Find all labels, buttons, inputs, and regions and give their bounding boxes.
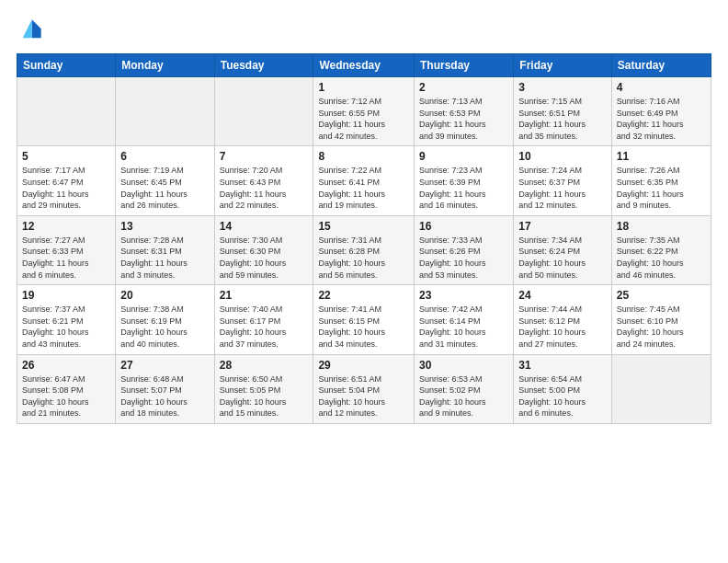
- day-info: Sunrise: 7:16 AM Sunset: 6:49 PM Dayligh…: [617, 96, 706, 142]
- day-number: 12: [22, 220, 110, 233]
- week-row-2: 5Sunrise: 7:17 AM Sunset: 6:47 PM Daylig…: [17, 146, 711, 215]
- calendar-cell: 2Sunrise: 7:13 AM Sunset: 6:53 PM Daylig…: [415, 77, 514, 146]
- day-info: Sunrise: 7:35 AM Sunset: 6:22 PM Dayligh…: [617, 235, 706, 281]
- day-number: 8: [318, 150, 409, 163]
- day-number: 27: [120, 359, 209, 372]
- week-row-5: 26Sunrise: 6:47 AM Sunset: 5:08 PM Dayli…: [17, 354, 711, 423]
- svg-marker-1: [23, 19, 32, 38]
- day-number: 16: [419, 220, 508, 233]
- day-number: 3: [518, 81, 607, 94]
- calendar-cell: 16Sunrise: 7:33 AM Sunset: 6:26 PM Dayli…: [415, 215, 514, 284]
- day-number: 19: [22, 289, 110, 302]
- day-number: 30: [419, 359, 508, 372]
- day-info: Sunrise: 7:41 AM Sunset: 6:15 PM Dayligh…: [318, 304, 409, 350]
- calendar-cell: 3Sunrise: 7:15 AM Sunset: 6:51 PM Daylig…: [514, 77, 612, 146]
- weekday-header-monday: Monday: [116, 54, 214, 77]
- weekday-header-row: SundayMondayTuesdayWednesdayThursdayFrid…: [17, 54, 711, 77]
- calendar: SundayMondayTuesdayWednesdayThursdayFrid…: [17, 53, 711, 424]
- day-number: 21: [220, 289, 309, 302]
- calendar-cell: [116, 77, 214, 146]
- calendar-cell: 30Sunrise: 6:53 AM Sunset: 5:02 PM Dayli…: [415, 354, 514, 423]
- day-info: Sunrise: 6:48 AM Sunset: 5:07 PM Dayligh…: [120, 373, 209, 419]
- day-info: Sunrise: 6:51 AM Sunset: 5:04 PM Dayligh…: [318, 373, 409, 419]
- week-row-4: 19Sunrise: 7:37 AM Sunset: 6:21 PM Dayli…: [17, 285, 711, 354]
- calendar-cell: 9Sunrise: 7:23 AM Sunset: 6:39 PM Daylig…: [415, 146, 514, 215]
- calendar-cell: 29Sunrise: 6:51 AM Sunset: 5:04 PM Dayli…: [313, 354, 415, 423]
- day-number: 11: [617, 150, 706, 163]
- day-info: Sunrise: 6:54 AM Sunset: 5:00 PM Dayligh…: [518, 373, 607, 419]
- day-number: 1: [318, 81, 409, 94]
- header: [17, 17, 711, 44]
- day-number: 17: [518, 220, 607, 233]
- day-info: Sunrise: 7:38 AM Sunset: 6:19 PM Dayligh…: [120, 304, 209, 350]
- day-info: Sunrise: 7:28 AM Sunset: 6:31 PM Dayligh…: [120, 235, 209, 281]
- day-info: Sunrise: 7:24 AM Sunset: 6:37 PM Dayligh…: [518, 165, 607, 211]
- calendar-cell: 13Sunrise: 7:28 AM Sunset: 6:31 PM Dayli…: [116, 215, 214, 284]
- calendar-cell: 19Sunrise: 7:37 AM Sunset: 6:21 PM Dayli…: [17, 285, 116, 354]
- day-number: 23: [419, 289, 508, 302]
- calendar-cell: 11Sunrise: 7:26 AM Sunset: 6:35 PM Dayli…: [611, 146, 711, 215]
- day-info: Sunrise: 6:47 AM Sunset: 5:08 PM Dayligh…: [22, 373, 110, 419]
- calendar-cell: 8Sunrise: 7:22 AM Sunset: 6:41 PM Daylig…: [313, 146, 415, 215]
- day-info: Sunrise: 7:44 AM Sunset: 6:12 PM Dayligh…: [518, 304, 607, 350]
- day-info: Sunrise: 6:53 AM Sunset: 5:02 PM Dayligh…: [419, 373, 508, 419]
- day-number: 28: [220, 359, 309, 372]
- day-number: 18: [617, 220, 706, 233]
- calendar-cell: 14Sunrise: 7:30 AM Sunset: 6:30 PM Dayli…: [214, 215, 313, 284]
- day-number: 20: [120, 289, 209, 302]
- week-row-1: 1Sunrise: 7:12 AM Sunset: 6:55 PM Daylig…: [17, 77, 711, 146]
- calendar-cell: 22Sunrise: 7:41 AM Sunset: 6:15 PM Dayli…: [313, 285, 415, 354]
- calendar-cell: 7Sunrise: 7:20 AM Sunset: 6:43 PM Daylig…: [214, 146, 313, 215]
- day-info: Sunrise: 7:15 AM Sunset: 6:51 PM Dayligh…: [518, 96, 607, 142]
- day-number: 24: [518, 289, 607, 302]
- calendar-cell: 10Sunrise: 7:24 AM Sunset: 6:37 PM Dayli…: [514, 146, 612, 215]
- page: SundayMondayTuesdayWednesdayThursdayFrid…: [0, 0, 728, 563]
- logo-icon: [17, 17, 44, 44]
- day-number: 6: [120, 150, 209, 163]
- calendar-cell: 21Sunrise: 7:40 AM Sunset: 6:17 PM Dayli…: [214, 285, 313, 354]
- day-info: Sunrise: 7:33 AM Sunset: 6:26 PM Dayligh…: [419, 235, 508, 281]
- day-number: 29: [318, 359, 409, 372]
- calendar-cell: 20Sunrise: 7:38 AM Sunset: 6:19 PM Dayli…: [116, 285, 214, 354]
- week-row-3: 12Sunrise: 7:27 AM Sunset: 6:33 PM Dayli…: [17, 215, 711, 284]
- day-info: Sunrise: 7:23 AM Sunset: 6:39 PM Dayligh…: [419, 165, 508, 211]
- calendar-cell: 25Sunrise: 7:45 AM Sunset: 6:10 PM Dayli…: [611, 285, 711, 354]
- weekday-header-saturday: Saturday: [611, 54, 711, 77]
- calendar-cell: 5Sunrise: 7:17 AM Sunset: 6:47 PM Daylig…: [17, 146, 116, 215]
- weekday-header-sunday: Sunday: [17, 54, 116, 77]
- day-info: Sunrise: 7:17 AM Sunset: 6:47 PM Dayligh…: [22, 165, 110, 211]
- day-info: Sunrise: 7:37 AM Sunset: 6:21 PM Dayligh…: [22, 304, 110, 350]
- calendar-cell: 27Sunrise: 6:48 AM Sunset: 5:07 PM Dayli…: [116, 354, 214, 423]
- weekday-header-thursday: Thursday: [415, 54, 514, 77]
- day-number: 13: [120, 220, 209, 233]
- day-number: 9: [419, 150, 508, 163]
- calendar-cell: 26Sunrise: 6:47 AM Sunset: 5:08 PM Dayli…: [17, 354, 116, 423]
- day-info: Sunrise: 7:26 AM Sunset: 6:35 PM Dayligh…: [617, 165, 706, 211]
- day-number: 2: [419, 81, 508, 94]
- calendar-cell: 31Sunrise: 6:54 AM Sunset: 5:00 PM Dayli…: [514, 354, 612, 423]
- day-info: Sunrise: 7:30 AM Sunset: 6:30 PM Dayligh…: [220, 235, 309, 281]
- day-info: Sunrise: 7:12 AM Sunset: 6:55 PM Dayligh…: [318, 96, 409, 142]
- calendar-cell: 15Sunrise: 7:31 AM Sunset: 6:28 PM Dayli…: [313, 215, 415, 284]
- calendar-cell: [17, 77, 116, 146]
- day-number: 14: [220, 220, 309, 233]
- calendar-cell: [214, 77, 313, 146]
- calendar-cell: 18Sunrise: 7:35 AM Sunset: 6:22 PM Dayli…: [611, 215, 711, 284]
- weekday-header-friday: Friday: [514, 54, 612, 77]
- day-number: 31: [518, 359, 607, 372]
- day-number: 25: [617, 289, 706, 302]
- day-number: 4: [617, 81, 706, 94]
- weekday-header-tuesday: Tuesday: [214, 54, 313, 77]
- day-info: Sunrise: 7:20 AM Sunset: 6:43 PM Dayligh…: [220, 165, 309, 211]
- calendar-cell: 17Sunrise: 7:34 AM Sunset: 6:24 PM Dayli…: [514, 215, 612, 284]
- day-info: Sunrise: 7:40 AM Sunset: 6:17 PM Dayligh…: [220, 304, 309, 350]
- day-number: 26: [22, 359, 110, 372]
- day-info: Sunrise: 7:22 AM Sunset: 6:41 PM Dayligh…: [318, 165, 409, 211]
- calendar-cell: [611, 354, 711, 423]
- day-info: Sunrise: 7:31 AM Sunset: 6:28 PM Dayligh…: [318, 235, 409, 281]
- day-info: Sunrise: 7:34 AM Sunset: 6:24 PM Dayligh…: [518, 235, 607, 281]
- day-info: Sunrise: 7:45 AM Sunset: 6:10 PM Dayligh…: [617, 304, 706, 350]
- calendar-cell: 28Sunrise: 6:50 AM Sunset: 5:05 PM Dayli…: [214, 354, 313, 423]
- day-number: 10: [518, 150, 607, 163]
- calendar-cell: 4Sunrise: 7:16 AM Sunset: 6:49 PM Daylig…: [611, 77, 711, 146]
